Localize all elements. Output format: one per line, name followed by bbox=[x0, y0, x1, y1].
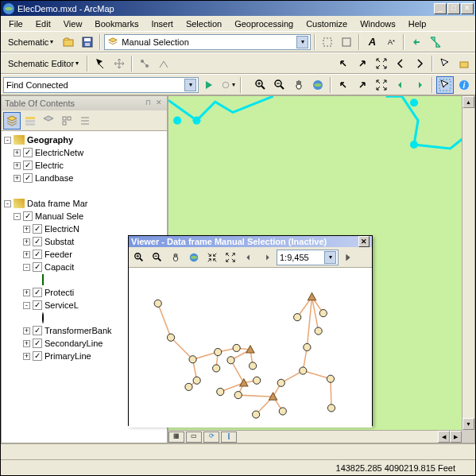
viewer-pan-icon[interactable] bbox=[167, 249, 184, 266]
expander-icon[interactable]: - bbox=[23, 264, 30, 271]
expander-icon[interactable]: + bbox=[14, 149, 21, 157]
layer-checkbox[interactable]: ✓ bbox=[33, 250, 42, 259]
tree-node[interactable]: -✓Manual Sele bbox=[4, 210, 164, 223]
maximize-button[interactable]: □ bbox=[447, 3, 460, 14]
zoom-out-icon[interactable] bbox=[271, 76, 288, 94]
select-tool-icon[interactable] bbox=[436, 55, 454, 72]
text-tool-icon[interactable]: A bbox=[363, 33, 381, 51]
scroll-up-icon[interactable]: ▲ bbox=[462, 96, 474, 108]
toc-list-by-source-icon[interactable] bbox=[21, 112, 39, 130]
viewer-prev-icon[interactable] bbox=[240, 249, 257, 266]
globe-icon[interactable] bbox=[309, 76, 327, 94]
expand-icon[interactable] bbox=[373, 55, 390, 72]
tree-node[interactable]: -Geography bbox=[4, 134, 164, 146]
scroll-down-icon[interactable]: ▼ bbox=[462, 418, 474, 430]
menu-insert[interactable]: Insert bbox=[145, 17, 179, 30]
expander-icon[interactable]: + bbox=[14, 175, 21, 182]
tool-b-icon[interactable] bbox=[338, 33, 355, 51]
viewer-zoom-in-icon[interactable] bbox=[130, 249, 148, 266]
left-icon[interactable] bbox=[392, 55, 409, 72]
save-schematic-icon[interactable] bbox=[79, 33, 96, 51]
expander-icon[interactable]: - bbox=[4, 137, 11, 144]
layer-checkbox[interactable]: ✓ bbox=[23, 211, 33, 221]
toc-options-icon[interactable] bbox=[76, 112, 94, 130]
viewer-scale-combo[interactable]: 1:9,455 ▾ bbox=[277, 250, 339, 265]
expander-icon[interactable]: + bbox=[23, 226, 30, 233]
expander-icon[interactable]: - bbox=[23, 302, 30, 309]
expander-icon[interactable]: - bbox=[14, 213, 21, 220]
expander-icon[interactable]: + bbox=[23, 238, 30, 246]
pause-icon[interactable]: ‖ bbox=[221, 431, 237, 443]
pan-icon[interactable] bbox=[290, 76, 308, 94]
edit-tool-icon[interactable] bbox=[91, 55, 109, 72]
expander-icon[interactable]: + bbox=[14, 162, 21, 169]
schematic-combo[interactable]: Manual Selection ▾ bbox=[104, 34, 311, 50]
schematic-editor-menu[interactable]: Schematic Editor bbox=[3, 55, 83, 72]
ne-icon[interactable] bbox=[354, 55, 371, 72]
layer-checkbox[interactable]: ✓ bbox=[33, 351, 42, 361]
vertical-scrollbar[interactable]: ▲ ▼ bbox=[462, 96, 474, 430]
expander-icon[interactable]: - bbox=[4, 200, 11, 207]
viewer-go-icon[interactable] bbox=[339, 249, 357, 266]
scroll-right-icon[interactable]: ▶ bbox=[450, 431, 462, 443]
menu-edit[interactable]: Edit bbox=[30, 17, 56, 30]
nw-icon[interactable] bbox=[335, 55, 352, 72]
identify-icon[interactable]: i bbox=[455, 76, 473, 94]
layer-checkbox[interactable]: ✓ bbox=[33, 300, 42, 310]
toc-pin-icon[interactable]: ⊓ bbox=[143, 99, 153, 108]
viewer-close-button[interactable]: ✕ bbox=[358, 236, 370, 247]
schematic-menu[interactable]: Schematic bbox=[3, 33, 58, 51]
expander-icon[interactable]: + bbox=[23, 340, 30, 347]
tree-node[interactable]: +✓ElectricN bbox=[4, 223, 164, 235]
combo-arrow-icon[interactable]: ▾ bbox=[184, 79, 196, 91]
zoom-in-icon[interactable] bbox=[252, 76, 269, 94]
tree-node[interactable]: +✓Electric bbox=[4, 159, 164, 172]
combo-arrow-icon[interactable]: ▾ bbox=[324, 251, 336, 264]
data-view-tab[interactable]: ▦ bbox=[168, 431, 184, 443]
find-combo[interactable]: Find Connected ▾ bbox=[3, 77, 199, 93]
right-icon[interactable] bbox=[411, 55, 428, 72]
layer-checkbox[interactable]: ✓ bbox=[23, 161, 33, 170]
viewer-canvas[interactable] bbox=[129, 268, 372, 428]
tree-node[interactable]: +✓ElectricNetw bbox=[4, 146, 164, 159]
layer-checkbox[interactable]: ✓ bbox=[33, 237, 42, 246]
menu-bookmarks[interactable]: Bookmarks bbox=[89, 17, 144, 30]
decrease-icon[interactable] bbox=[408, 33, 425, 51]
tool-d-icon[interactable] bbox=[155, 55, 172, 72]
viewer-expand-icon[interactable] bbox=[222, 249, 239, 266]
tool-c-icon[interactable] bbox=[136, 55, 153, 72]
tree-node[interactable]: +✓Landbase bbox=[4, 172, 164, 184]
prev-extent-icon[interactable] bbox=[392, 76, 409, 94]
next-extent-icon[interactable] bbox=[411, 76, 428, 94]
pan-tool-icon[interactable] bbox=[455, 55, 473, 72]
close-button[interactable]: ✕ bbox=[461, 3, 474, 14]
move-tool-icon[interactable] bbox=[110, 55, 128, 72]
tree-node[interactable] bbox=[4, 184, 164, 197]
expander-icon[interactable]: + bbox=[23, 353, 30, 360]
fullext-icon[interactable] bbox=[373, 76, 390, 94]
menu-selection[interactable]: Selection bbox=[180, 17, 227, 30]
layer-checkbox[interactable]: ✓ bbox=[33, 288, 42, 297]
combo-arrow-icon[interactable]: ▾ bbox=[296, 36, 308, 48]
run-options-icon[interactable] bbox=[219, 76, 237, 94]
menu-windows[interactable]: Windows bbox=[354, 17, 401, 30]
horizontal-scrollbar[interactable]: ▦ ▭ ⟳ ‖ ◀ ▶ bbox=[168, 430, 462, 443]
layout-view-tab[interactable]: ▭ bbox=[186, 431, 202, 443]
menu-file[interactable]: File bbox=[3, 17, 29, 30]
toc-list-by-visibility-icon[interactable] bbox=[40, 112, 57, 130]
viewer-next-icon[interactable] bbox=[258, 249, 276, 266]
viewer-globe-icon[interactable] bbox=[185, 249, 203, 266]
fullext-nw-icon[interactable] bbox=[335, 76, 352, 94]
viewer-titlebar[interactable]: Viewer - Data frame Manual Selection (In… bbox=[129, 236, 372, 247]
refresh-icon[interactable]: ⟳ bbox=[203, 431, 219, 443]
expander-icon[interactable]: + bbox=[23, 251, 30, 258]
layer-checkbox[interactable]: ✓ bbox=[33, 224, 42, 234]
menu-customize[interactable]: Customize bbox=[300, 17, 353, 30]
layer-checkbox[interactable]: ✓ bbox=[33, 262, 42, 272]
tree-node[interactable]: -Data frame Mar bbox=[4, 197, 164, 210]
tool-a-icon[interactable] bbox=[319, 33, 336, 51]
minimize-button[interactable]: _ bbox=[434, 3, 447, 14]
viewer-zoom-out-icon[interactable] bbox=[149, 249, 166, 266]
menu-geoprocessing[interactable]: Geoprocessing bbox=[229, 17, 299, 30]
expander-icon[interactable]: + bbox=[23, 327, 30, 335]
